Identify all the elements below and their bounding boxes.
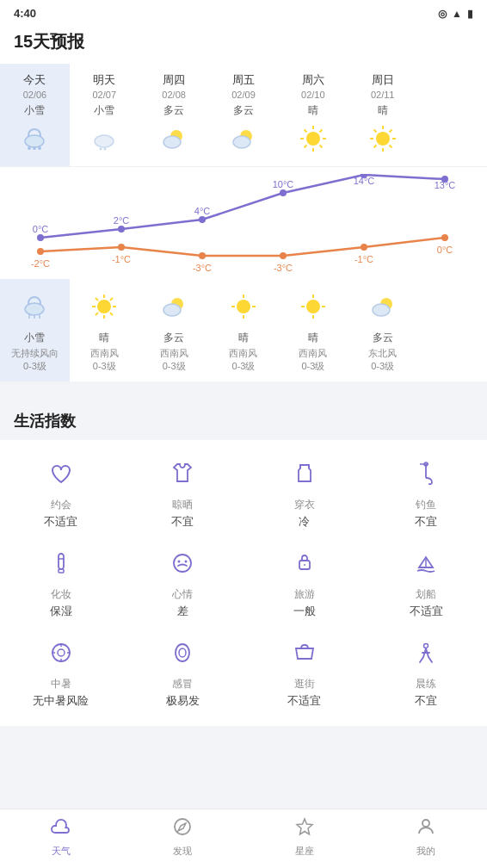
day-date-3: 02/09 <box>231 90 256 100</box>
temp-chart: 0°C 2°C 4°C 10°C 14°C 13°C -2°C -1°C -3°… <box>0 167 487 279</box>
bottom-wind-1: 西南风 <box>90 347 119 360</box>
bottom-wind-level-1: 0-3级 <box>93 360 116 373</box>
life-index-zhongshu[interactable]: 中暑 无中暑风险 <box>0 628 122 717</box>
life-index-ganmao[interactable]: 感冒 极易发 <box>122 628 244 717</box>
day-bottom-3: 晴 西南风 0-3级 <box>209 279 279 381</box>
day-bottom-0: 小雪 无持续风向 0-3级 <box>0 279 70 381</box>
forecast-card: 今天 02/06 小雪 <box>0 64 487 381</box>
svg-text:4°C: 4°C <box>194 206 211 216</box>
life-index-value-1: 不宜 <box>171 514 194 530</box>
status-icons: ◎ ▲ ▮ <box>438 8 473 20</box>
svg-point-106 <box>179 648 186 657</box>
svg-point-62 <box>97 300 111 313</box>
day-col-1: 明天 02/07 小雪 <box>70 64 139 166</box>
location-icon: ◎ <box>438 8 447 20</box>
heatstroke-icon <box>48 640 74 672</box>
tshirt-icon <box>170 461 195 493</box>
svg-text:14°C: 14°C <box>354 176 375 186</box>
svg-line-70 <box>96 313 98 315</box>
life-index-liangshai[interactable]: 晾晒 不宜 <box>122 449 244 538</box>
day-name-2: 周四 <box>163 72 185 88</box>
day-name-1: 明天 <box>93 72 115 88</box>
life-index-xinqing[interactable]: 心情 差 <box>122 538 244 628</box>
svg-point-41 <box>199 252 206 259</box>
day-bottom-1: 晴 西南风 0-3级 <box>70 279 139 381</box>
fishing-icon <box>413 461 439 493</box>
life-index-guanjie[interactable]: 逛街 不适宜 <box>244 628 366 717</box>
forecast-bottom-row: 小雪 无持续风向 0-3级 <box>0 279 487 381</box>
weather-icon-0 <box>18 118 51 159</box>
nav-label-profile: 我的 <box>416 845 435 858</box>
svg-line-69 <box>110 298 113 301</box>
nav-label-discover: 发现 <box>173 845 192 858</box>
life-index-card: 约会 不适宜 晾晒 不宜 <box>0 440 487 726</box>
temp-chart-svg: 0°C 2°C 4°C 10°C 14°C 13°C -2°C -1°C -3°… <box>0 174 487 286</box>
day-bottom-2: 多云 西南风 0-3级 <box>139 279 209 381</box>
status-bar: 4:40 ◎ ▲ ▮ <box>0 0 487 23</box>
life-index-lvyou[interactable]: 旅游 一般 <box>244 538 366 628</box>
svg-point-14 <box>233 136 250 148</box>
heart-icon <box>48 461 74 493</box>
day-weather-5: 晴 <box>378 103 388 118</box>
weather-icon-4 <box>297 118 330 159</box>
svg-point-34 <box>118 226 125 232</box>
life-index-chuanyi[interactable]: 穿衣 冷 <box>244 449 366 538</box>
svg-text:-3°C: -3°C <box>193 263 212 273</box>
page-content: 4:40 ◎ ▲ ▮ 15天预报 今天 02/06 小雪 <box>0 0 487 799</box>
nav-item-profile[interactable]: 我的 <box>400 816 452 858</box>
bottom-nav: 天气 发现 星座 我的 <box>0 809 487 868</box>
day-date-1: 02/07 <box>93 90 117 100</box>
svg-point-93 <box>174 555 191 572</box>
svg-line-31 <box>389 130 391 133</box>
life-index-diaoyu[interactable]: 钓鱼 不宜 <box>366 449 488 538</box>
day-name-0: 今天 <box>23 72 46 88</box>
wifi-icon: ▲ <box>452 8 462 20</box>
life-index-chenlian[interactable]: 晨练 不宜 <box>366 628 488 717</box>
bottom-icon-5 <box>367 286 399 327</box>
bottom-icon-1 <box>88 286 120 327</box>
svg-text:0°C: 0°C <box>437 245 453 255</box>
svg-point-12 <box>163 136 181 148</box>
svg-text:0°C: 0°C <box>33 224 49 234</box>
nav-item-constellation[interactable]: 星座 <box>279 816 330 858</box>
svg-point-84 <box>373 304 390 316</box>
day-col-today: 今天 02/06 小雪 <box>0 64 70 166</box>
bottom-icon-3 <box>227 286 260 327</box>
life-index-value-5: 差 <box>177 604 188 619</box>
life-index-name-8: 中暑 <box>51 677 71 691</box>
day-weather-0: 小雪 <box>24 103 45 118</box>
svg-line-68 <box>110 313 113 315</box>
svg-point-78 <box>306 300 320 313</box>
weather-icon-5 <box>367 118 399 159</box>
compass-nav-icon <box>172 816 193 842</box>
svg-text:-2°C: -2°C <box>31 258 50 269</box>
nav-item-discover[interactable]: 发现 <box>157 816 208 858</box>
svg-point-43 <box>361 244 367 251</box>
nav-item-weather[interactable]: 天气 <box>35 816 87 858</box>
travel-icon <box>292 550 317 582</box>
section-divider <box>0 390 487 399</box>
svg-point-9 <box>100 148 102 151</box>
svg-point-107 <box>424 644 428 648</box>
day-bottom-4: 晴 西南风 0-3级 <box>278 279 348 381</box>
status-time: 4:40 <box>14 7 36 20</box>
day-name-5: 周日 <box>372 72 394 88</box>
life-index-huazhuang[interactable]: 化妆 保湿 <box>0 538 122 628</box>
life-index-name-10: 逛街 <box>294 677 315 691</box>
bottom-wind-level-3: 0-3级 <box>232 360 256 373</box>
life-index-yuhui[interactable]: 约会 不适宜 <box>0 449 122 538</box>
bottom-icon-2 <box>157 286 190 327</box>
forecast-top-row: 今天 02/06 小雪 <box>0 64 487 167</box>
life-index-huachuan[interactable]: 划船 不适宜 <box>366 538 488 628</box>
bottom-wind-level-4: 0-3级 <box>301 360 324 373</box>
battery-icon: ▮ <box>467 8 473 20</box>
life-index-value-6: 一般 <box>293 604 316 619</box>
life-index-name-7: 划船 <box>416 587 436 602</box>
bottom-weather-0: 小雪 <box>24 331 45 345</box>
svg-point-40 <box>118 244 125 251</box>
svg-point-73 <box>237 300 250 313</box>
life-index-value-3: 不宜 <box>415 514 437 530</box>
bottom-weather-1: 晴 <box>99 331 109 345</box>
star-nav-icon <box>294 816 315 842</box>
svg-rect-90 <box>59 554 64 569</box>
